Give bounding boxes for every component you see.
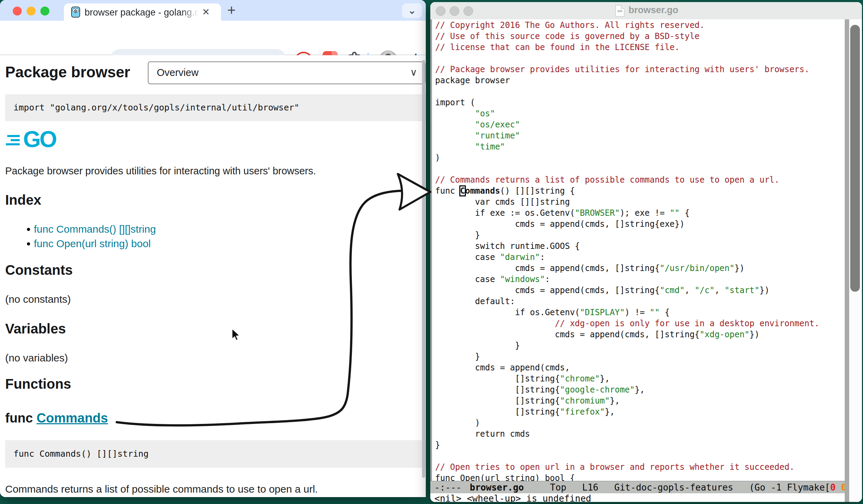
modeline-position: Top bbox=[550, 482, 566, 493]
code-line: } bbox=[435, 340, 819, 351]
tab-close-icon[interactable]: ✕ bbox=[202, 7, 210, 18]
traffic-zoom-button[interactable] bbox=[40, 7, 49, 16]
code-line: "time" bbox=[435, 141, 819, 152]
code-line: return cmds bbox=[435, 428, 819, 439]
emacs-modeline: -:---browser.goTopL16Git-doc-gopls-featu… bbox=[430, 481, 860, 494]
code-line: cmds = append(cmds, []string{"cmd", "/c"… bbox=[435, 285, 819, 296]
code-line: func Open(url string) bool { bbox=[435, 473, 819, 481]
emacs-minimize-button[interactable] bbox=[450, 6, 459, 16]
variables-heading: Variables bbox=[5, 321, 66, 337]
code-line: } bbox=[435, 230, 819, 241]
emacs-scrollbar-track[interactable] bbox=[845, 19, 849, 502]
code-line: cmds = append(cmds, []string{"/usr/bin/o… bbox=[435, 263, 819, 274]
code-line: } bbox=[435, 351, 819, 362]
document-icon: GO bbox=[615, 5, 624, 17]
index-link-open[interactable]: func Open(url string) bool bbox=[34, 238, 151, 250]
modeline-modes: (Go -1 Flymake[ bbox=[749, 482, 830, 493]
code-line: cmds = append(cmds, bbox=[435, 362, 819, 373]
code-line bbox=[435, 53, 819, 64]
code-line: // license that can be found in the LICE… bbox=[435, 42, 819, 53]
browser-toolbar: ← → ↻ ⌂ ⓘ 127.0.0.1:62888/gopls/X... ☆ ↕… bbox=[0, 21, 426, 55]
list-bullet bbox=[27, 242, 30, 245]
traffic-close-button[interactable] bbox=[13, 7, 22, 16]
code-line: var cmds [][]string bbox=[435, 196, 819, 207]
code-editor[interactable]: // Copyright 2016 The Go Authors. All ri… bbox=[432, 19, 845, 481]
emacs-scrollbar-thumb[interactable] bbox=[850, 25, 860, 292]
code-line bbox=[435, 86, 819, 97]
index-link-commands[interactable]: func Commands() [][]string bbox=[34, 223, 156, 235]
code-line: } bbox=[435, 439, 819, 450]
code-line: case "windows": bbox=[435, 274, 819, 285]
select-value: Overview bbox=[157, 67, 199, 78]
functions-heading: Functions bbox=[5, 376, 71, 392]
code-line: // Commands returns a list of possible c… bbox=[435, 174, 819, 185]
doc-view-select[interactable]: Overview ∨ bbox=[148, 61, 425, 84]
import-code-block: import "golang.org/x/tools/gopls/interna… bbox=[5, 94, 426, 121]
code-lines: // Copyright 2016 The Go Authors. All ri… bbox=[435, 20, 819, 481]
package-description: Package browser provides utilities for i… bbox=[5, 165, 316, 177]
code-line: import ( bbox=[435, 97, 819, 108]
code-line: switch runtime.GOOS { bbox=[435, 241, 819, 252]
code-line: "os" bbox=[435, 108, 819, 119]
gopher-favicon-icon bbox=[70, 7, 81, 18]
code-line: if os.Getenv("DISPLAY") != "" { bbox=[435, 307, 819, 318]
code-line: // Package browser provides utilities fo… bbox=[435, 64, 819, 75]
modeline-git-branch: Git-doc-gopls-features bbox=[614, 482, 733, 493]
constants-heading: Constants bbox=[5, 262, 73, 278]
emacs-title-bar: GO browser.go bbox=[430, 2, 862, 20]
code-line: // Copyright 2016 The Go Authors. All ri… bbox=[435, 20, 819, 31]
code-line: []string{"chrome"}, bbox=[435, 373, 819, 384]
modeline-prefix: -:--- bbox=[434, 482, 461, 493]
emacs-window-title: browser.go bbox=[629, 5, 678, 16]
func-commands-heading: func Commands bbox=[5, 411, 108, 426]
constants-empty-text: (no constants) bbox=[5, 293, 71, 305]
emacs-zoom-button[interactable] bbox=[463, 6, 473, 16]
code-line: ) bbox=[435, 152, 819, 163]
code-line: if exe := os.Getenv("BROWSER"); exe != "… bbox=[435, 207, 819, 219]
new-tab-button[interactable]: + bbox=[227, 2, 236, 19]
chrome-window: browser package - golang.org ✕ + ⌄ ← → ↻… bbox=[0, 0, 426, 497]
go-logo-text: GO bbox=[23, 126, 56, 152]
code-line: package browser bbox=[435, 75, 819, 86]
flymake-error-count: 0 bbox=[830, 482, 836, 493]
page-scrollbar[interactable] bbox=[422, 60, 425, 478]
code-line: cmds = append(cmds, []string{"xdg-open"}… bbox=[435, 329, 819, 340]
index-heading: Index bbox=[5, 192, 41, 208]
emacs-window: GO browser.go // Copyright 2016 The Go A… bbox=[430, 2, 862, 502]
commands-signature-block: func Commands() [][]string bbox=[5, 440, 426, 468]
commands-link[interactable]: Commands bbox=[37, 411, 108, 425]
code-line: func Commands() [][]string { bbox=[435, 185, 819, 196]
code-line: case "darwin": bbox=[435, 252, 819, 263]
modeline-buffer-name: browser.go bbox=[470, 482, 524, 493]
code-line: "os/exec" bbox=[435, 119, 819, 130]
func-keyword: func bbox=[5, 411, 37, 425]
variables-empty-text: (no variables) bbox=[5, 352, 68, 364]
chevron-down-icon: ∨ bbox=[410, 67, 418, 78]
code-line: // Open tries to open url in a browser a… bbox=[435, 462, 819, 473]
emacs-close-button[interactable] bbox=[436, 6, 445, 16]
tab-title: browser package - golang.org bbox=[85, 7, 199, 18]
code-line bbox=[435, 450, 819, 462]
code-line: []string{"firefox"}, bbox=[435, 406, 819, 417]
browser-tab[interactable]: browser package - golang.org ✕ bbox=[64, 3, 221, 21]
commands-description: Commands returns a list of possible comm… bbox=[5, 483, 318, 495]
code-line: // xdg-open is only for use in a desktop… bbox=[435, 318, 819, 329]
code-line: []string{"google-chrome"}, bbox=[435, 384, 819, 395]
modeline-line-number: L16 bbox=[582, 482, 598, 493]
list-bullet bbox=[27, 228, 30, 231]
code-line bbox=[435, 163, 819, 174]
tab-strip: browser package - golang.org ✕ + ⌄ bbox=[0, 0, 426, 21]
code-line: default: bbox=[435, 296, 819, 307]
tab-search-button[interactable]: ⌄ bbox=[402, 3, 422, 18]
code-line: []string{"chromium"}, bbox=[435, 395, 819, 406]
traffic-minimize-button[interactable] bbox=[27, 7, 36, 16]
code-line: "runtime" bbox=[435, 130, 819, 141]
code-line: cmds = append(cmds, []string{exe}) bbox=[435, 219, 819, 230]
code-line: // Use of this source code is governed b… bbox=[435, 31, 819, 42]
emacs-scrollbar-gutter bbox=[849, 19, 862, 502]
echo-area: <nil> <wheel-up> is undefined bbox=[430, 493, 862, 502]
page-title: Package browser bbox=[5, 64, 130, 81]
code-line: ) bbox=[435, 417, 819, 428]
doc-page: Package browser Overview ∨ import "golan… bbox=[0, 55, 426, 497]
